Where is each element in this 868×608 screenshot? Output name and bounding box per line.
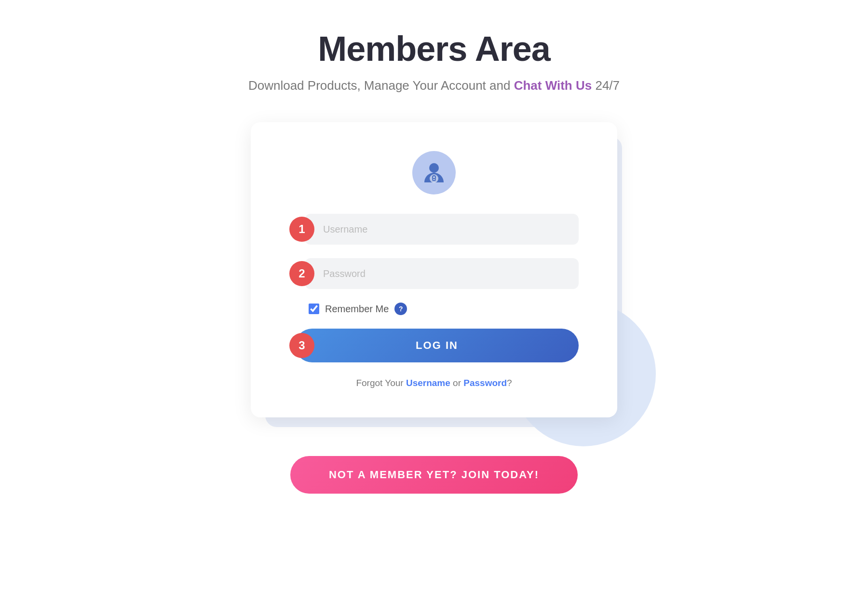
- step-3-badge: 3: [289, 333, 314, 358]
- forgot-middle: or: [450, 378, 463, 388]
- login-card: 1 2 Remember Me ? 3 LOG IN Forgot Your U…: [251, 122, 617, 417]
- svg-point-0: [429, 163, 439, 173]
- page-title: Members Area: [318, 29, 550, 69]
- forgot-username-link[interactable]: Username: [406, 378, 450, 388]
- avatar: [412, 151, 456, 194]
- card-wrapper: 1 2 Remember Me ? 3 LOG IN Forgot Your U…: [251, 122, 617, 417]
- remember-me-row: Remember Me ?: [289, 303, 579, 315]
- forgot-password-link[interactable]: Password: [463, 378, 507, 388]
- chat-link[interactable]: Chat With Us: [514, 78, 592, 93]
- step-1-badge: 1: [289, 217, 314, 242]
- help-icon[interactable]: ?: [394, 303, 407, 315]
- password-input[interactable]: [305, 258, 579, 289]
- subtitle-suffix: 24/7: [592, 78, 620, 93]
- forgot-prefix: Forgot Your: [356, 378, 406, 388]
- login-form: 1 2 Remember Me ? 3 LOG IN Forgot Your U…: [289, 214, 579, 388]
- subtitle: Download Products, Manage Your Account a…: [248, 78, 620, 93]
- step-2-badge: 2: [289, 261, 314, 286]
- login-button[interactable]: LOG IN: [295, 329, 579, 362]
- password-row: 2: [289, 258, 579, 289]
- forgot-text: Forgot Your Username or Password?: [289, 378, 579, 388]
- join-button[interactable]: NOT A MEMBER YET? JOIN TODAY!: [290, 456, 578, 494]
- username-row: 1: [289, 214, 579, 245]
- username-input[interactable]: [305, 214, 579, 245]
- user-lock-icon: [421, 160, 447, 185]
- login-row: 3 LOG IN: [289, 329, 579, 362]
- subtitle-prefix: Download Products, Manage Your Account a…: [248, 78, 514, 93]
- forgot-suffix: ?: [507, 378, 512, 388]
- remember-me-label: Remember Me: [325, 304, 389, 315]
- svg-point-3: [434, 179, 434, 180]
- remember-me-checkbox[interactable]: [309, 304, 319, 314]
